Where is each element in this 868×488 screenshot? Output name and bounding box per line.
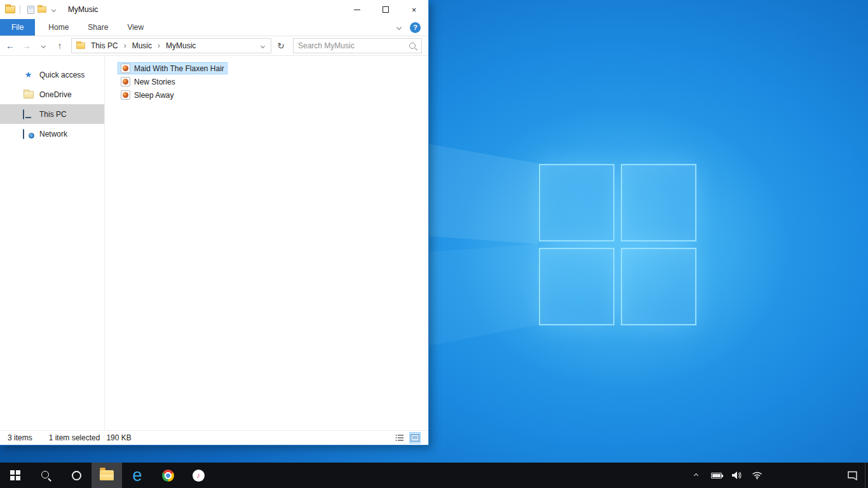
tab-file[interactable]: File: [0, 19, 35, 36]
taskbar: e ♪: [0, 463, 868, 488]
divider: [20, 5, 20, 14]
breadcrumb-mymusic[interactable]: MyMusic: [163, 40, 199, 51]
refresh-button[interactable]: ↻: [273, 38, 289, 53]
battery-icon[interactable]: [710, 463, 722, 488]
sidebar-item-label: Quick access: [39, 71, 85, 79]
windows-start-icon: [10, 470, 20, 480]
sidebar-item-label: This PC: [39, 110, 67, 119]
customize-quick-access-button[interactable]: [48, 3, 59, 16]
onedrive-folder-icon: [24, 91, 34, 98]
file-name: Sleep Away: [134, 91, 174, 100]
chrome-icon: [162, 470, 174, 482]
help-button[interactable]: ?: [410, 22, 421, 33]
address-bar[interactable]: This PC › Music › MyMusic: [71, 38, 271, 53]
file-list: Maid With The Flaxen Hair New Stories Sl…: [105, 56, 428, 430]
large-icons-view-button[interactable]: [409, 432, 421, 444]
details-view-button[interactable]: [394, 432, 405, 444]
sidebar-item-onedrive[interactable]: OneDrive: [0, 85, 104, 104]
file-explorer-window: MyMusic × File Home Share View ? ← → ↑ T…: [0, 0, 429, 445]
tab-home[interactable]: Home: [39, 19, 78, 36]
address-dropdown-icon[interactable]: [261, 43, 265, 48]
show-hidden-icons-button[interactable]: [689, 463, 702, 488]
selection-info: 1 item selected: [49, 433, 100, 442]
search-input[interactable]: [298, 41, 409, 50]
ribbon-collapse-icon[interactable]: [397, 25, 402, 30]
file-name: Maid With The Flaxen Hair: [134, 64, 224, 73]
close-button[interactable]: ×: [400, 0, 428, 19]
file-item[interactable]: New Stories: [118, 75, 428, 88]
sidebar-item-label: OneDrive: [39, 90, 72, 99]
explorer-app-icon: [5, 6, 15, 13]
minimize-button[interactable]: [342, 0, 371, 19]
tab-view[interactable]: View: [118, 19, 153, 36]
maximize-icon: [383, 6, 389, 13]
onedrive-icon: [23, 91, 34, 98]
breadcrumb-this-pc[interactable]: This PC: [88, 40, 121, 51]
sidebar-item-label: Network: [39, 130, 67, 139]
forward-button[interactable]: →: [19, 38, 34, 53]
sidebar-item-this-pc[interactable]: This PC: [0, 104, 104, 124]
search-icon[interactable]: [409, 42, 417, 50]
quick-access-icon: ★: [23, 71, 34, 79]
taskbar-chrome-button[interactable]: [153, 463, 183, 488]
new-folder-icon: [37, 6, 46, 13]
sidebar-item-quick-access[interactable]: ★ Quick access: [0, 65, 104, 85]
close-icon: ×: [412, 6, 417, 14]
location-icon: [76, 43, 85, 49]
navigation-pane: ★ Quick access OneDrive This PC Network: [0, 56, 105, 430]
cortana-icon: [72, 471, 81, 480]
sidebar-item-network[interactable]: Network: [0, 124, 104, 144]
volume-icon[interactable]: [730, 463, 743, 488]
breadcrumb-separator-icon: ›: [123, 41, 127, 50]
recent-locations-button[interactable]: [36, 38, 51, 53]
network-icon: [23, 130, 34, 138]
chevron-down-icon: [41, 43, 45, 48]
minimize-icon: [354, 10, 360, 10]
monitor-icon: [23, 110, 34, 118]
show-desktop-button[interactable]: [865, 463, 868, 488]
window-title: MyMusic: [68, 5, 98, 14]
action-center-button[interactable]: [839, 463, 865, 488]
tab-share[interactable]: Share: [78, 19, 118, 36]
windows-logo-pane: [539, 248, 614, 325]
windows-logo-pane: [621, 248, 696, 325]
this-pc-icon: [23, 110, 34, 118]
properties-icon: [27, 6, 34, 14]
window-controls: ×: [342, 0, 428, 19]
taskbar-search-button[interactable]: [31, 463, 61, 488]
ribbon-tab-strip: File Home Share View ?: [0, 19, 428, 36]
media-file-icon: [121, 64, 130, 73]
file-item[interactable]: Maid With The Flaxen Hair: [118, 62, 428, 75]
search-box: [293, 38, 422, 53]
system-tray: [689, 463, 768, 488]
media-file-icon: [121, 90, 130, 100]
new-folder-button[interactable]: [36, 3, 48, 16]
chevron-up-icon: [693, 473, 698, 477]
file-item[interactable]: Sleep Away: [118, 88, 428, 102]
navigation-row: ← → ↑ This PC › Music › MyMusic ↻: [0, 36, 428, 56]
taskbar-file-explorer-button[interactable]: [92, 463, 122, 488]
taskbar-internet-explorer-button[interactable]: e: [122, 463, 153, 488]
properties-button[interactable]: [25, 3, 36, 16]
folder-icon: [100, 470, 114, 480]
wifi-icon[interactable]: [750, 463, 763, 488]
search-icon: [41, 470, 51, 480]
taskbar-itunes-button[interactable]: ♪: [183, 463, 214, 488]
explorer-body: ★ Quick access OneDrive This PC Network …: [0, 56, 428, 430]
start-button[interactable]: [0, 463, 31, 488]
media-file-icon: [121, 77, 130, 86]
star-icon: ★: [25, 71, 32, 79]
maximize-button[interactable]: [371, 0, 400, 19]
up-button[interactable]: ↑: [52, 38, 67, 53]
title-bar: MyMusic ×: [0, 0, 428, 19]
selection-size: 190 KB: [106, 433, 131, 442]
windows-logo-pane: [621, 164, 696, 241]
chevron-down-icon: [51, 7, 55, 11]
breadcrumb-music[interactable]: Music: [129, 40, 155, 51]
back-button[interactable]: ←: [3, 38, 18, 53]
network-globe-icon: [23, 130, 34, 138]
item-count: 3 items: [8, 433, 32, 442]
status-bar: 3 items 1 item selected 190 KB: [0, 430, 428, 445]
cortana-button[interactable]: [61, 463, 92, 488]
file-name: New Stories: [134, 78, 175, 86]
